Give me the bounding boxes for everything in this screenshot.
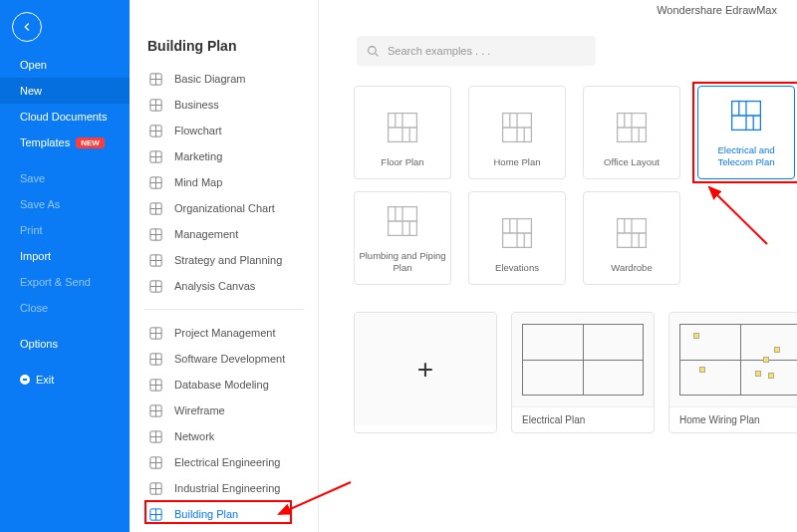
tile-office-layout[interactable]: Office Layout <box>583 86 680 179</box>
template-thumbnail <box>512 313 654 406</box>
nav-item-close[interactable]: Close <box>0 295 130 321</box>
category-item-management[interactable]: Management <box>130 221 318 247</box>
category-label: Management <box>174 228 238 240</box>
tile-home-plan[interactable]: Home Plan <box>468 86 566 179</box>
nav-item-cloud-documents[interactable]: Cloud Documents <box>0 104 130 130</box>
category-item-wireframe[interactable]: Wireframe <box>130 398 318 423</box>
category-icon <box>147 454 163 470</box>
exit-icon <box>20 375 30 385</box>
tile-label: Plumbing and Piping Plan <box>355 250 450 274</box>
tile-label: Wardrobe <box>607 262 656 274</box>
category-item-analysis-canvas[interactable]: Analysis Canvas <box>130 273 318 299</box>
nav-item-exit[interactable]: Exit <box>0 367 130 393</box>
tile-label: Floor Plan <box>377 156 427 168</box>
back-button[interactable] <box>12 12 42 42</box>
category-icon <box>147 278 163 294</box>
template-thumbnail <box>669 313 797 406</box>
tile-label: Electrical and Telecom Plan <box>698 144 794 168</box>
nav-item-open[interactable]: Open <box>0 52 130 78</box>
category-label: Network <box>174 430 214 442</box>
tile-electrical-and-telecom-plan[interactable]: Electrical and Telecom Plan <box>697 86 795 179</box>
template-electrical-plan[interactable]: Electrical Plan <box>511 312 655 433</box>
nav-item-label: Save As <box>20 198 60 210</box>
nav-item-label: Import <box>20 250 51 262</box>
annotation-arrow-1 <box>697 179 777 262</box>
tile-floor-plan[interactable]: Floor Plan <box>354 86 451 179</box>
main-area: Wondershare EdrawMax Floor PlanHome Plan… <box>319 0 797 532</box>
nav-item-label: Templates <box>20 136 70 148</box>
category-icon <box>147 428 163 444</box>
category-item-mind-map[interactable]: Mind Map <box>130 169 318 195</box>
nav-item-new[interactable]: New <box>0 78 130 104</box>
nav-item-import[interactable]: Import <box>0 243 130 269</box>
category-label: Analysis Canvas <box>174 280 255 292</box>
category-label: Marketing <box>174 150 222 162</box>
nav-item-label: Open <box>20 59 47 71</box>
brand-label: Wondershare EdrawMax <box>657 4 777 16</box>
category-item-network[interactable]: Network <box>130 423 318 449</box>
category-icon <box>147 71 163 87</box>
category-label: Database Modeling <box>174 379 269 391</box>
category-icon <box>147 377 163 393</box>
category-item-strategy-and-planning[interactable]: Strategy and Planning <box>130 247 318 273</box>
nav-item-save-as[interactable]: Save As <box>0 191 130 217</box>
category-icon <box>147 200 163 216</box>
tile-wardrobe[interactable]: Wardrobe <box>583 191 680 285</box>
new-badge: NEW <box>76 137 105 148</box>
category-item-building-plan[interactable]: Building Plan <box>130 501 318 527</box>
category-item-project-management[interactable]: Project Management <box>130 320 318 346</box>
floorplan-icon <box>613 214 651 252</box>
category-icon <box>147 97 163 113</box>
template-label: Electrical Plan <box>512 406 654 432</box>
category-item-flowchart[interactable]: Flowchart <box>130 118 318 143</box>
category-icon <box>147 351 163 367</box>
tile-label: Office Layout <box>600 156 664 168</box>
tiles-row-2: Plumbing and Piping PlanElevationsWardro… <box>354 191 680 285</box>
tile-label: Home Plan <box>490 156 545 168</box>
nav-item-label: Save <box>20 172 45 184</box>
category-item-basic-diagram[interactable]: Basic Diagram <box>130 66 318 92</box>
category-label: Mind Map <box>174 176 222 188</box>
svg-point-17 <box>369 46 377 54</box>
category-label: Business <box>174 99 219 111</box>
category-item-electrical-engineering[interactable]: Electrical Engineering <box>130 449 318 475</box>
category-item-software-development[interactable]: Software Development <box>130 346 318 372</box>
category-icon <box>147 506 163 522</box>
nav-item-label: Cloud Documents <box>20 111 107 123</box>
left-nav: OpenNewCloud DocumentsTemplatesNEWSaveSa… <box>0 0 130 532</box>
category-icon <box>147 252 163 268</box>
nav-item-save[interactable]: Save <box>0 165 130 191</box>
category-label: Organizational Chart <box>174 202 275 214</box>
category-icon <box>147 174 163 190</box>
nav-item-export-send[interactable]: Export & Send <box>0 269 130 295</box>
category-label: Basic Diagram <box>174 73 246 85</box>
nav-item-label: Export & Send <box>20 276 91 288</box>
tile-plumbing-and-piping-plan[interactable]: Plumbing and Piping Plan <box>354 191 451 285</box>
category-label: Project Management <box>174 327 276 339</box>
search-icon <box>367 45 380 58</box>
floorplan-icon <box>498 109 536 146</box>
templates-row: +Electrical PlanHome Wiring Plan <box>354 312 797 433</box>
tile-elevations[interactable]: Elevations <box>468 191 566 285</box>
category-divider <box>143 309 304 310</box>
floorplan-icon <box>384 109 421 146</box>
floorplan-icon <box>727 97 765 134</box>
tile-label: Elevations <box>491 262 543 274</box>
category-label: Industrial Engineering <box>174 482 280 494</box>
template-blank[interactable]: + <box>354 312 497 433</box>
category-item-business[interactable]: Business <box>130 92 318 118</box>
svg-line-25 <box>709 187 767 244</box>
category-item-industrial-engineering[interactable]: Industrial Engineering <box>130 475 318 501</box>
search-box[interactable] <box>357 36 596 66</box>
floorplan-icon <box>613 109 651 146</box>
nav-item-options[interactable]: Options <box>0 331 130 357</box>
template-home-wiring-plan[interactable]: Home Wiring Plan <box>668 312 797 433</box>
category-item-organizational-chart[interactable]: Organizational Chart <box>130 195 318 221</box>
category-label: Flowchart <box>174 125 222 136</box>
nav-item-print[interactable]: Print <box>0 217 130 243</box>
category-item-database-modeling[interactable]: Database Modeling <box>130 372 318 398</box>
category-item-marketing[interactable]: Marketing <box>130 143 318 169</box>
nav-item-templates[interactable]: TemplatesNEW <box>0 130 130 155</box>
search-input[interactable] <box>388 45 586 57</box>
nav-item-label: Options <box>20 338 58 350</box>
